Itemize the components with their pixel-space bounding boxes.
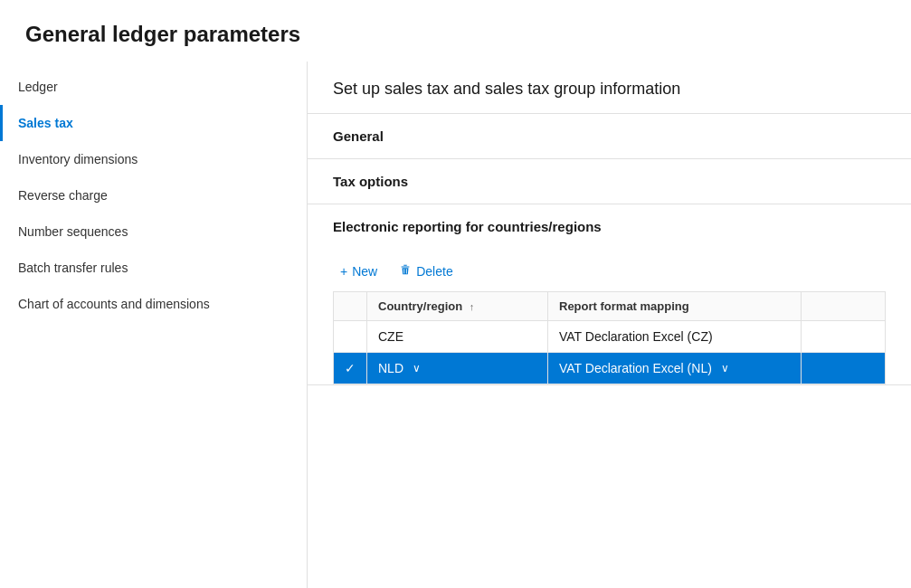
sidebar-item-label: Sales tax bbox=[18, 116, 73, 130]
delete-button[interactable]: Delete bbox=[392, 260, 460, 282]
col-country-label: Country/region bbox=[378, 299, 462, 313]
sort-asc-icon: ↑ bbox=[470, 301, 475, 312]
sidebar-item-reverse-charge[interactable]: Reverse charge bbox=[0, 177, 307, 213]
trash-icon bbox=[399, 263, 412, 279]
row-country-cze: CZE bbox=[367, 321, 548, 353]
main-content: Ledger Sales tax Inventory dimensions Re… bbox=[0, 62, 911, 588]
sidebar-item-number-sequences[interactable]: Number sequences bbox=[0, 213, 307, 250]
sidebar-item-label: Batch transfer rules bbox=[18, 261, 128, 275]
sidebar-item-label: Inventory dimensions bbox=[18, 152, 138, 166]
row-report-cze: VAT Declaration Excel (CZ) bbox=[548, 321, 802, 353]
row-country-nld: NLD ∨ bbox=[367, 353, 548, 384]
data-table: Country/region ↑ Report format mapping bbox=[333, 291, 886, 384]
col-country[interactable]: Country/region ↑ bbox=[367, 292, 548, 321]
sidebar: Ledger Sales tax Inventory dimensions Re… bbox=[0, 62, 308, 588]
toolbar: + New Delete bbox=[308, 249, 911, 291]
row-check-nld[interactable]: ✓ bbox=[334, 353, 367, 384]
page-header: General ledger parameters bbox=[0, 0, 911, 62]
sidebar-item-label: Number sequences bbox=[18, 224, 128, 239]
country-value-nld: NLD bbox=[378, 361, 403, 375]
report-value-nld: VAT Declaration Excel (NL) bbox=[559, 361, 712, 375]
country-value-cze: CZE bbox=[378, 329, 403, 344]
table-row[interactable]: CZE VAT Declaration Excel (CZ) bbox=[334, 321, 886, 353]
row-extra-cze bbox=[802, 321, 886, 353]
sidebar-item-ledger[interactable]: Ledger bbox=[0, 69, 307, 105]
table-wrapper: Country/region ↑ Report format mapping bbox=[308, 291, 911, 384]
col-report-label: Report format mapping bbox=[559, 299, 689, 313]
plus-icon: + bbox=[340, 264, 347, 279]
table-header-row: Country/region ↑ Report format mapping bbox=[334, 292, 886, 321]
checkmark-icon: ✓ bbox=[345, 361, 356, 375]
new-button[interactable]: + New bbox=[333, 261, 384, 282]
new-label: New bbox=[352, 264, 377, 279]
row-extra-nld bbox=[802, 353, 886, 384]
row-check-cze[interactable] bbox=[334, 321, 367, 353]
sidebar-item-label: Chart of accounts and dimensions bbox=[18, 297, 210, 311]
section-electronic-reporting: Electronic reporting for countries/regio… bbox=[308, 204, 911, 385]
section-title-tax-options: Tax options bbox=[308, 159, 911, 204]
sidebar-item-label: Ledger bbox=[18, 80, 58, 94]
panel-header-title: Set up sales tax and sales tax group inf… bbox=[333, 80, 886, 99]
section-title-electronic-reporting: Electronic reporting for countries/regio… bbox=[308, 204, 911, 249]
country-dropdown-icon[interactable]: ∨ bbox=[413, 362, 421, 375]
report-value-cze: VAT Declaration Excel (CZ) bbox=[559, 329, 713, 344]
sidebar-item-sales-tax[interactable]: Sales tax bbox=[0, 105, 307, 141]
sidebar-item-inventory-dimensions[interactable]: Inventory dimensions bbox=[0, 141, 307, 177]
table-row[interactable]: ✓ NLD ∨ VAT Dec bbox=[334, 353, 886, 384]
panel-header: Set up sales tax and sales tax group inf… bbox=[308, 62, 911, 114]
col-report: Report format mapping bbox=[548, 292, 802, 321]
section-title-general: General bbox=[308, 114, 911, 158]
right-panel: Set up sales tax and sales tax group inf… bbox=[308, 62, 911, 588]
delete-label: Delete bbox=[416, 264, 452, 279]
row-report-nld: VAT Declaration Excel (NL) ∨ bbox=[548, 353, 802, 384]
section-general: General bbox=[308, 114, 911, 159]
section-tax-options: Tax options bbox=[308, 159, 911, 204]
page-title: General ledger parameters bbox=[25, 22, 886, 47]
sidebar-item-batch-transfer-rules[interactable]: Batch transfer rules bbox=[0, 250, 307, 286]
sidebar-item-chart-of-accounts[interactable]: Chart of accounts and dimensions bbox=[0, 286, 307, 322]
report-dropdown-icon[interactable]: ∨ bbox=[721, 362, 729, 375]
col-check bbox=[334, 292, 367, 321]
col-extra bbox=[802, 292, 886, 321]
sidebar-item-label: Reverse charge bbox=[18, 188, 108, 203]
